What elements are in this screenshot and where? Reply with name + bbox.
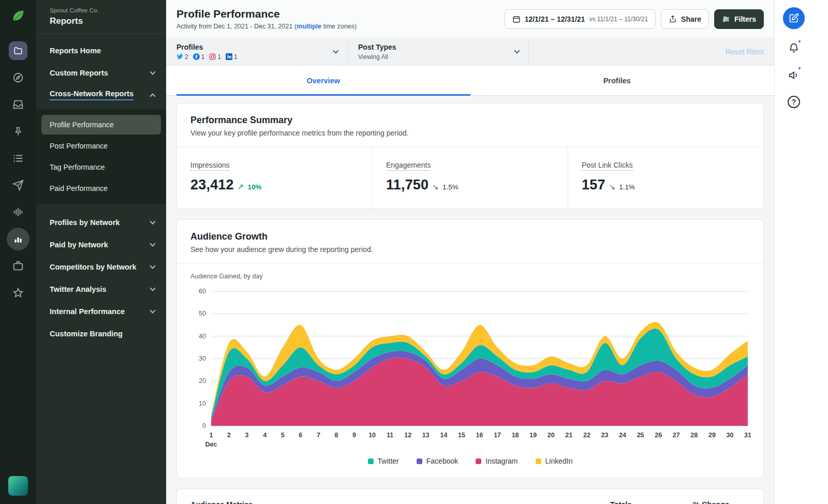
svg-text:28: 28 [690,432,698,439]
sidebar-item-label: Paid by Network [50,241,108,249]
svg-text:10: 10 [368,432,376,439]
sidebar-item-paid-by-network[interactable]: Paid by Network [36,233,166,256]
facebook-count-value: 1 [201,53,205,61]
sidebar-item-reports-home[interactable]: Reports Home [36,39,166,62]
user-avatar[interactable] [8,476,28,496]
svg-text:25: 25 [637,432,644,439]
filter-bar: Profiles 2 1 1 [166,38,774,66]
briefcase-icon[interactable] [0,253,36,279]
audience-metrics-card: Audience Metrics Totals % Change [176,488,764,504]
list-icon[interactable] [0,145,36,172]
tab-overview[interactable]: Overview [176,66,470,95]
reports-folder-icon[interactable] [0,37,36,64]
instagram-swatch [476,458,481,464]
share-button[interactable]: Share [661,9,709,29]
inbox-icon[interactable] [0,91,36,118]
bell-icon [788,42,800,54]
reset-filters-link[interactable]: Reset filters [726,48,774,56]
pin-icon[interactable] [0,118,36,145]
svg-text:5: 5 [281,432,285,439]
table-col-totals: Totals [610,500,693,504]
sidebar-item-custom-reports[interactable]: Custom Reports [36,62,166,84]
audience-growth-card: Audience Growth See how your audience gr… [176,219,764,478]
announcements-button[interactable] [783,67,805,83]
sidebar-item-profile-performance[interactable]: Profile Performance [41,115,161,135]
trend-down-arrow-icon: ↘ [432,182,439,191]
metric-label[interactable]: Impressions [190,161,229,171]
metric-label[interactable]: Post Link Clicks [582,161,633,171]
sidebar-item-internal-performance[interactable]: Internal Performance [36,300,166,322]
svg-text:14: 14 [440,432,447,439]
bar-chart-icon[interactable] [0,226,36,253]
date-range-button[interactable]: 12/1/21 – 12/31/21 vs 11/1/21 – 11/30/21 [505,9,656,29]
metric-change: 1.1% [619,183,635,191]
star-icon[interactable] [0,279,36,306]
svg-text:50: 50 [199,310,206,317]
svg-text:30: 30 [199,355,206,362]
sidebar-item-label: Tag Performance [50,163,105,171]
calendar-icon [512,15,521,23]
compass-icon[interactable] [0,64,36,91]
audience-growth-header: Audience Growth See how your audience gr… [177,220,763,263]
timezones-link[interactable]: multiple [297,23,321,30]
card-subtitle: See how your audience grew during the re… [190,245,750,254]
chevron-up-icon [150,93,155,99]
sidebar-item-label: Paid Performance [50,184,108,192]
announcement-dot [797,66,802,70]
sidebar-item-profiles-by-network[interactable]: Profiles by Network [36,211,166,233]
metric-value: 23,412 [190,177,234,193]
notification-dot [797,39,802,43]
svg-text:12: 12 [404,432,411,439]
chart-legend: Twitter Facebook Instagram LinkedIn [177,452,763,478]
filters-icon [722,15,730,23]
svg-text:27: 27 [673,432,680,439]
tab-profiles[interactable]: Profiles [470,66,764,95]
profiles-filter[interactable]: Profiles 2 1 1 [166,38,348,65]
sidebar-item-twitter-analysis[interactable]: Twitter Analysis [36,278,166,300]
sidebar-item-competitors-by-network[interactable]: Competitors by Network [36,256,166,278]
legend-item-linkedin[interactable]: LinkedIn [536,457,573,465]
sidebar-item-paid-performance[interactable]: Paid Performance [41,179,161,198]
filters-button[interactable]: Filters [714,9,764,29]
compose-button[interactable] [783,7,805,29]
sidebar-item-tag-performance[interactable]: Tag Performance [41,157,161,177]
facebook-icon [193,53,200,60]
audio-waves-icon[interactable] [0,199,36,226]
profile-network-counts: 2 1 1 1 [176,53,238,61]
post-types-filter[interactable]: Post Types Viewing All [348,38,529,65]
page-header: Profile Performance Activity from Dec 1,… [166,0,774,38]
sidebar-item-cross-network-reports[interactable]: Cross-Network Reports [36,84,166,106]
header-actions: 12/1/21 – 12/31/21 vs 11/1/21 – 11/30/21… [505,9,764,29]
metric-label[interactable]: Engagements [386,161,431,171]
sidebar-title: Reports [50,16,153,26]
page-title: Profile Performance [176,8,357,20]
card-title: Audience Growth [190,231,750,242]
table-col-change: % Change [693,500,750,504]
instagram-count: 1 [209,53,221,61]
legend-label: LinkedIn [545,457,573,465]
help-button[interactable]: ? [783,94,805,110]
legend-item-twitter[interactable]: Twitter [368,457,399,465]
sidebar-item-label: Competitors by Network [50,263,137,271]
paper-plane-icon[interactable] [0,172,36,199]
twitter-count: 2 [176,53,188,61]
svg-text:9: 9 [352,432,356,439]
share-label: Share [681,15,701,23]
chevron-down-icon [150,307,155,313]
sidebar-item-post-performance[interactable]: Post Performance [41,136,161,156]
legend-item-facebook[interactable]: Facebook [417,457,458,465]
subtitle-text: Activity from Dec 1, 2021 - Dec 31, 2021… [176,23,297,30]
svg-text:4: 4 [263,432,267,439]
sidebar-item-customize-branding[interactable]: Customize Branding [36,322,166,345]
linkedin-swatch [536,458,541,464]
legend-item-instagram[interactable]: Instagram [476,457,518,465]
app-window: Sprout Coffee Co. Reports Reports Home C… [0,0,828,504]
app-icon-rail [0,0,36,504]
notifications-button[interactable] [783,40,805,56]
svg-text:3: 3 [245,432,249,439]
metric-impressions: Impressions 23,412 ↗ 10% [177,147,372,209]
metric-change: 1.5% [442,183,459,191]
svg-text:22: 22 [583,432,590,439]
audience-growth-chart[interactable]: 0102030405060123456789101112131415161718… [190,285,751,452]
post-types-label: Post Types [358,43,396,51]
